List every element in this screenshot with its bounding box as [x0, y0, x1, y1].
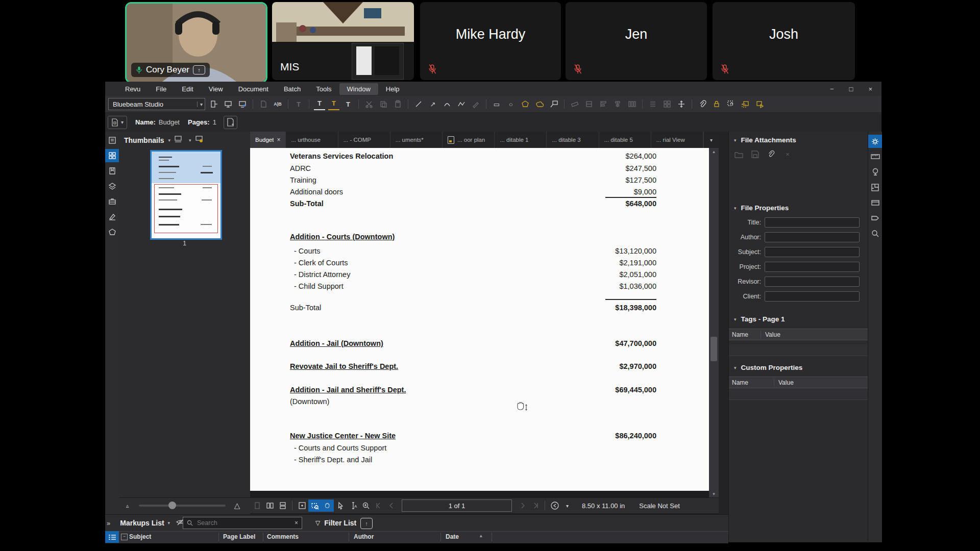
- menu-batch[interactable]: Batch: [276, 83, 308, 95]
- custom-properties-header[interactable]: ▾ Custom Properties: [734, 364, 802, 371]
- zoom-out-icon[interactable]: ▵: [121, 499, 134, 512]
- vertical-scrollbar[interactable]: ▴ ▾: [709, 148, 719, 497]
- tab-editable-3[interactable]: ... ditable 3: [547, 132, 599, 148]
- move-tool-icon[interactable]: [676, 98, 687, 110]
- file-properties-header[interactable]: ▾ File Properties: [734, 204, 789, 212]
- chevron-down-icon[interactable]: ▾: [168, 138, 171, 143]
- underline-text-icon[interactable]: T: [314, 98, 325, 110]
- zoom-slider-knob[interactable]: [168, 502, 176, 509]
- ellipse-tool-icon[interactable]: ○: [505, 98, 517, 110]
- capture-icon[interactable]: [754, 98, 765, 110]
- recheck-text-icon[interactable]: T: [293, 98, 304, 110]
- open-panel-icon[interactable]: [208, 98, 219, 110]
- measure-length-icon[interactable]: [569, 98, 580, 110]
- menu-edit[interactable]: Edit: [174, 83, 201, 95]
- select-tool-icon[interactable]: [334, 499, 347, 512]
- zoom-slider[interactable]: [139, 505, 226, 507]
- view-history-dropdown[interactable]: ▾: [561, 499, 574, 512]
- close-tab-icon[interactable]: ×: [277, 136, 280, 143]
- maximize-button[interactable]: □: [849, 85, 853, 93]
- video-tile-jen[interactable]: Jen: [566, 2, 707, 80]
- close-button[interactable]: ×: [868, 85, 872, 93]
- client-field[interactable]: [765, 291, 860, 302]
- tags-header[interactable]: ▾ Tags - Page 1: [734, 315, 785, 323]
- custom-properties-name-column[interactable]: Name: [729, 379, 774, 386]
- video-tile-josh[interactable]: Josh: [713, 2, 855, 80]
- subject-field[interactable]: [765, 247, 860, 257]
- video-tile-mis[interactable]: MIS: [272, 2, 414, 80]
- layers-icon[interactable]: [105, 180, 119, 193]
- project-field[interactable]: [765, 262, 860, 272]
- tab-aerial-view[interactable]: ... rial View: [651, 132, 703, 148]
- hyperlink-paperclip-icon[interactable]: [697, 98, 708, 110]
- cut-icon[interactable]: [363, 98, 375, 110]
- video-tile-mike-hardy[interactable]: Mike Hardy: [420, 2, 561, 80]
- new-pdf-icon[interactable]: [258, 98, 269, 110]
- signature-icon[interactable]: [105, 210, 119, 223]
- chevron-down-icon[interactable]: ▾: [189, 138, 191, 143]
- grid-view-icon[interactable]: [662, 98, 673, 110]
- column-subject[interactable]: Subject: [129, 533, 151, 540]
- open-attachment-icon[interactable]: [733, 148, 744, 160]
- custom-properties-value-column[interactable]: Value: [774, 379, 794, 386]
- measure-area-icon[interactable]: [583, 98, 595, 110]
- tags-empty-row[interactable]: [729, 344, 868, 356]
- menu-window[interactable]: Window: [339, 83, 378, 95]
- chevron-down-icon[interactable]: ▾: [168, 520, 170, 525]
- markup-shapes-icon[interactable]: [105, 226, 119, 239]
- column-page-label[interactable]: Page Label: [223, 533, 255, 540]
- arc-tool-icon[interactable]: [442, 98, 453, 110]
- side-by-side-view-icon[interactable]: [263, 499, 276, 512]
- tab-editable-1[interactable]: ... ditable 1: [495, 132, 547, 148]
- single-page-view-icon[interactable]: [251, 499, 263, 512]
- scrollbar-thumb[interactable]: [710, 337, 717, 361]
- author-field[interactable]: [765, 232, 860, 242]
- compare-documents-icon[interactable]: A|B: [272, 98, 283, 110]
- markups-list-icon[interactable]: [105, 531, 119, 543]
- minimize-button[interactable]: −: [830, 85, 834, 93]
- zoom-rectangle-icon[interactable]: [308, 499, 321, 512]
- polygon-tool-icon[interactable]: [520, 98, 531, 110]
- list-view-icon[interactable]: [647, 98, 658, 110]
- pen-tool-icon[interactable]: [470, 98, 481, 110]
- copy-icon[interactable]: [378, 98, 389, 110]
- arrow-tool-icon[interactable]: ↗: [427, 98, 438, 110]
- scroll-down-icon[interactable]: ▾: [709, 491, 719, 496]
- measurements-icon[interactable]: [868, 150, 882, 163]
- spaces-pin-icon[interactable]: [868, 165, 882, 179]
- menu-revu[interactable]: Revu: [117, 83, 148, 95]
- strikethrough-text-icon[interactable]: T: [342, 98, 354, 110]
- tags-value-column[interactable]: Value: [761, 331, 780, 338]
- tab-floor-plan[interactable]: ... oor plan: [443, 132, 495, 148]
- page-indicator[interactable]: 1 of 1: [402, 499, 512, 512]
- thumbnail-settings-icon[interactable]: [195, 136, 206, 144]
- clear-search-icon[interactable]: ×: [295, 519, 298, 527]
- menu-tools[interactable]: Tools: [308, 83, 339, 95]
- add-attachment-paperclip-icon[interactable]: [766, 148, 777, 160]
- studio-project-icon[interactable]: [223, 98, 234, 110]
- column-author[interactable]: Author: [354, 533, 374, 540]
- search-input[interactable]: [196, 519, 291, 527]
- revisor-field[interactable]: [765, 277, 860, 287]
- properties-gear-icon[interactable]: [868, 135, 882, 148]
- markups-search-box[interactable]: ×: [183, 517, 302, 529]
- tool-chest-icon[interactable]: [105, 195, 119, 208]
- scale-status-label[interactable]: Scale Not Set: [639, 502, 680, 510]
- pdf-page[interactable]: Veterans Services Relocation$264,000 ADR…: [250, 148, 719, 491]
- unlink-icon[interactable]: [725, 98, 737, 110]
- file-access-icon[interactable]: [105, 134, 119, 147]
- column-comments[interactable]: Comments: [267, 533, 299, 540]
- menu-document[interactable]: Document: [231, 83, 276, 95]
- expand-panel-icon[interactable]: »: [107, 519, 110, 527]
- page-setup-dropdown[interactable]: ▾: [108, 116, 127, 129]
- sets-icon[interactable]: [868, 196, 882, 209]
- rectangle-tool-icon[interactable]: ▭: [491, 98, 502, 110]
- file-attachments-header[interactable]: ▾ File Attachments: [734, 136, 796, 144]
- profile-dropdown[interactable]: Bluebeam Studio ▾: [108, 98, 205, 110]
- collapse-all-icon[interactable]: −: [121, 534, 128, 540]
- export-summary-icon[interactable]: ↑: [360, 518, 373, 529]
- column-date[interactable]: Date: [446, 533, 459, 540]
- highlight-text-icon[interactable]: T: [328, 98, 339, 110]
- scroll-up-icon[interactable]: ▴: [709, 149, 719, 154]
- cloud-tool-icon[interactable]: [534, 98, 545, 110]
